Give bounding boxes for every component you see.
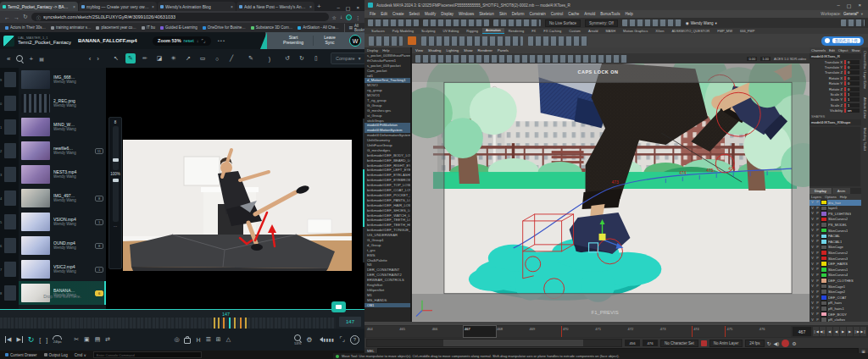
frame-guides-icon[interactable]: ⊞ [216,336,221,343]
account-menu[interactable]: ◉Wendy Wang▾ [686,21,717,25]
layer-color-swatch[interactable] [821,261,827,267]
channel-row[interactable]: Translate Z 0 [810,70,861,75]
frame-cell[interactable]: 476 [759,326,791,337]
step-forward-button[interactable]: ▶ [847,327,853,336]
layers-icon[interactable]: ☰ [206,336,211,343]
display-layer-row[interactable]: V P SkinCage [810,245,861,251]
maximize-button[interactable]: ▢ [847,3,852,8]
review-canvas[interactable]: 8 100% … [106,68,364,309]
annotation-marker[interactable] [214,318,215,329]
menu-item[interactable]: Modify [425,12,436,16]
layer-color-swatch[interactable] [821,222,827,228]
bookmark-item[interactable]: OneDrive for Busine… [203,25,246,30]
channel-value-field[interactable]: on [847,108,860,113]
step-back-key-button[interactable]: ◀❘ [820,327,826,336]
shelf-tab[interactable]: Sculpting [418,28,438,34]
shelf-tab[interactable]: FMP_MW [714,28,736,34]
shelf-icons[interactable] [369,36,403,46]
layer-color-swatch[interactable] [821,278,827,284]
marker-tool-icon[interactable]: ✏ [140,53,150,64]
channel-box-menu-item[interactable]: Edit [829,48,835,52]
close-button[interactable]: × [356,5,359,11]
range-slider[interactable] [366,339,622,347]
current-frame-field[interactable]: 467 [793,327,811,336]
viewport-menu-item[interactable]: View [415,48,423,52]
bookmark-item[interactable]: Guided E-Learning [160,25,198,30]
frame-cell[interactable]: 471 [594,326,626,337]
loop-playback-icon[interactable]: ↻ [28,335,35,344]
display-layer-row[interactable]: V P pR_clothes [810,317,861,322]
layer-visibility-toggle[interactable]: V [810,301,815,305]
bookmark-star-icon[interactable]: ☆ [332,14,337,20]
rectangle-tool-icon[interactable]: ▭ [198,53,208,64]
selection-mask-icons[interactable] [423,19,489,26]
tab-close-icon[interactable]: × [152,4,154,9]
channel-box-menu-item[interactable]: Channels [811,48,826,52]
help-icon[interactable]: ? [350,335,359,345]
download-icon[interactable]: ↓ [340,14,342,19]
layer-playback-toggle[interactable]: P [815,240,820,243]
tab-close-icon[interactable]: × [73,4,75,9]
layer-playback-toggle[interactable]: P [815,251,820,255]
zoom-reset-link[interactable]: reset [184,38,194,43]
leave-sync-button[interactable]: Leave Sync [314,36,346,46]
bookmark-item[interactable]: Substance 3D Com… [251,25,293,30]
flip-icon[interactable]: △ [226,336,231,343]
layer-color-swatch[interactable] [821,206,827,212]
layer-color-swatch[interactable] [821,306,827,312]
outliner-menu-item[interactable]: Display [367,48,378,52]
render-icons[interactable] [622,19,682,26]
exposure-field[interactable]: 0.00 [747,57,757,61]
channel-value-field[interactable]: 1 [847,103,860,108]
layer-playback-toggle[interactable]: P [815,301,820,305]
range-in-icon[interactable]: [ [39,337,41,343]
annotation-marker[interactable] [223,318,225,329]
layer-playback-toggle[interactable]: P [815,224,820,227]
layer-visibility-toggle[interactable]: V [810,284,815,288]
minimize-button[interactable]: – [337,5,339,11]
viewport-toolbar-icons[interactable] [415,55,627,63]
stroke-width-icon[interactable]: ) [264,53,275,64]
layer-menu-item[interactable]: Options [825,195,837,199]
syncsketch-logo-icon[interactable] [3,36,14,47]
layer-playback-toggle[interactable]: P [815,257,820,260]
shelf-tab[interactable]: FX [528,28,539,34]
shelf-tab[interactable]: Custom [565,28,584,34]
display-layer-row[interactable]: V P SkinCage2 [810,289,861,295]
annotation-marker[interactable] [234,318,236,329]
display-layer-row[interactable]: V P PS_MODEL [810,222,861,228]
layer-color-swatch[interactable] [821,301,827,307]
paste-icon[interactable]: ▤ [95,336,101,343]
menu-item[interactable]: Deform [512,12,525,16]
channel-box-menu-item[interactable]: Object [838,48,849,52]
layer-playback-toggle[interactable]: P [815,284,820,288]
channel-value-field[interactable]: 0 [847,70,860,75]
reload-icon[interactable]: ↻ [23,14,28,20]
channel-row[interactable]: Rotate Z 0 [810,86,861,91]
layer-editor-tab[interactable]: Display [810,188,832,194]
playback-options-icon[interactable]: ↻ [767,340,771,346]
sidebar-vertical-tab[interactable]: Channel Box / Layer Editor [863,51,866,89]
layer-visibility-toggle[interactable]: V [810,312,815,316]
sidebar-toggle-icons[interactable] [841,19,865,26]
channel-row[interactable]: Scale X 1 [810,91,861,97]
delete-annotation-icon[interactable]: ▯ [311,53,321,64]
live-surface-field[interactable]: No Live Surface [545,19,581,27]
layer-color-swatch[interactable] [821,317,827,322]
channel-box-menu-item[interactable]: Show [851,48,860,52]
annotation-marker[interactable] [218,318,220,329]
onion-skin-icon[interactable]: ◎ [174,336,179,343]
browser-menu-icon[interactable]: ⋮ [355,14,360,20]
selected-object-name[interactable]: model4:IKToes_R [810,53,861,59]
character-set-menu[interactable]: No Character Set [660,340,698,347]
settings-gear-icon[interactable]: ⚙ [306,336,312,344]
zoom-level-control[interactable]: 53% [294,334,301,345]
fit-screen-icon[interactable]: ⌜⌟ [202,38,206,43]
chinese-upload-plugin-button[interactable]: 我的作品上传 [821,36,864,46]
layer-playback-toggle[interactable]: P [815,229,820,232]
layer-color-swatch[interactable] [821,256,827,262]
sidebar-vertical-tab[interactable]: Attribute Editor [863,97,866,119]
layer-playback-toggle[interactable]: P [815,262,820,266]
tab-close-icon[interactable]: × [231,4,233,9]
start-presenting-button[interactable]: Start Presenting [274,36,314,46]
